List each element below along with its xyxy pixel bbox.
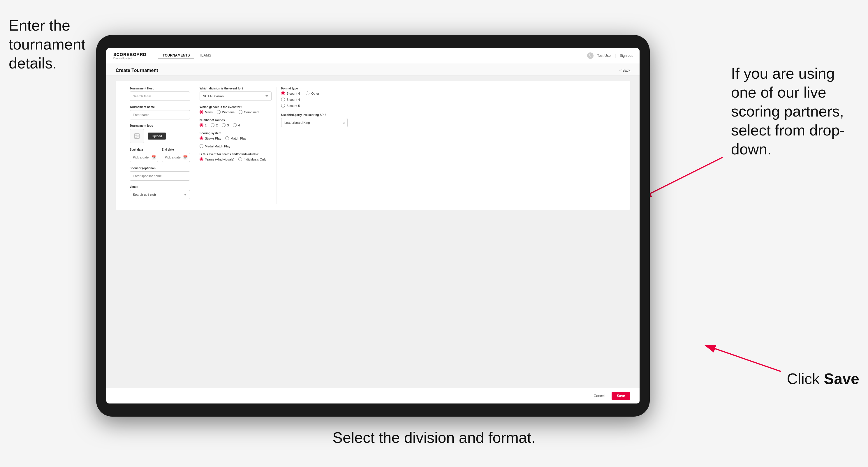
signout-link[interactable]: Sign out (620, 54, 632, 58)
brand-sub: Powered by clippit (113, 57, 146, 59)
tournament-name-group: Tournament name (130, 105, 190, 119)
rounds-4-radio[interactable] (233, 123, 237, 127)
gender-womens-radio[interactable] (217, 110, 221, 114)
annotation-topright: If you are using one of our live scoring… (731, 64, 859, 159)
scoring-label: Scoring system (199, 132, 272, 135)
gender-group: Which gender is the event for? Mens Wome… (199, 105, 272, 114)
rounds-2[interactable]: 2 (211, 123, 218, 127)
scoring-medal-label: Medal Match Play (205, 145, 230, 148)
format-other-radio[interactable] (306, 91, 309, 95)
format-row-1: 5 count 4 Other (281, 91, 348, 95)
format-6count5[interactable]: 6 count 5 (281, 104, 300, 107)
page-header: Create Tournament Back (106, 63, 640, 76)
rounds-3[interactable]: 3 (222, 123, 229, 127)
tournament-host-input[interactable] (130, 91, 190, 101)
third-party-clear-button[interactable]: × (343, 120, 345, 125)
tournament-name-input[interactable] (130, 110, 190, 119)
svg-point-9 (135, 134, 136, 135)
top-navigation: SCOREBOARD Powered by clippit TOURNAMENT… (106, 48, 640, 63)
end-date-group: End date 📅 (162, 148, 190, 162)
event-type-radio-group: Teams (+Individuals) Individuals Only (199, 157, 272, 161)
gender-combined-label: Combined (244, 111, 258, 114)
page-title: Create Tournament (116, 68, 158, 73)
event-teams-radio[interactable] (199, 157, 204, 161)
form-col-left: Tournament Host Tournament name Tourname… (125, 87, 195, 204)
rounds-4-label: 4 (238, 124, 240, 127)
scoring-match-label: Match Play (230, 137, 246, 140)
rounds-group: Number of rounds 1 2 (199, 119, 272, 127)
brand-logo: SCOREBOARD Powered by clippit (113, 52, 146, 59)
scoring-stroke-label: Stroke Play (205, 137, 221, 140)
sponsor-input[interactable] (130, 171, 190, 181)
annotation-bottomright: Click Save (787, 369, 859, 388)
gender-mens-label: Mens (205, 111, 213, 114)
third-party-group: Use third-party live scoring API? × (281, 113, 348, 127)
format-row-3: 6 count 5 (281, 104, 348, 107)
format-5count4[interactable]: 5 count 4 (281, 91, 300, 95)
format-other[interactable]: Other (306, 91, 319, 95)
svg-line-5 (641, 157, 723, 198)
sponsor-label: Sponsor (optional) (130, 167, 190, 170)
tablet-screen: SCOREBOARD Powered by clippit TOURNAMENT… (106, 48, 640, 404)
third-party-label: Use third-party live scoring API? (281, 113, 348, 117)
nav-links: TOURNAMENTS TEAMS (158, 52, 216, 59)
format-6count4[interactable]: 6 count 4 (281, 98, 300, 101)
third-party-input[interactable] (281, 118, 348, 127)
rounds-radio-group: 1 2 3 4 (199, 123, 272, 127)
format-5count4-radio[interactable] (281, 91, 285, 95)
tournament-logo-group: Tournament logo Upload (130, 124, 190, 143)
form-body: Tournament Host Tournament name Tourname… (116, 81, 630, 210)
save-button[interactable]: Save (612, 392, 630, 400)
rounds-1-radio[interactable] (199, 123, 204, 127)
gender-combined-radio[interactable] (239, 110, 242, 114)
logo-upload-area: Upload (130, 129, 190, 143)
event-type-label: Is this event for Teams and/or Individua… (199, 153, 272, 156)
scoring-radio-group: Stroke Play Match Play Medal Match Play (199, 136, 272, 148)
scoring-stroke-radio[interactable] (199, 136, 204, 140)
scoring-match[interactable]: Match Play (225, 136, 246, 140)
rounds-2-label: 2 (216, 124, 218, 127)
format-6count5-label: 6 count 5 (287, 104, 300, 107)
division-label: Which division is the event for? (199, 87, 272, 90)
upload-button[interactable]: Upload (148, 132, 166, 139)
form-col-middle: Which division is the event for? NCAA Di… (195, 87, 277, 204)
nav-teams[interactable]: TEAMS (194, 52, 216, 59)
scoring-medal-radio[interactable] (199, 144, 204, 148)
cancel-button[interactable]: Cancel (590, 392, 608, 400)
scoring-group: Scoring system Stroke Play Match Play (199, 132, 272, 148)
tournament-logo-label: Tournament logo (130, 124, 190, 127)
rounds-2-radio[interactable] (211, 123, 214, 127)
gender-womens[interactable]: Womens (217, 110, 235, 114)
tournament-name-label: Tournament name (130, 105, 190, 109)
event-teams[interactable]: Teams (+Individuals) (199, 157, 234, 161)
venue-group: Venue Search golf club (130, 185, 190, 199)
sponsor-group: Sponsor (optional) (130, 167, 190, 181)
division-select[interactable]: NCAA Division I NCAA Division II NCAA Di… (199, 91, 272, 101)
event-individuals[interactable]: Individuals Only (238, 157, 266, 161)
rounds-1[interactable]: 1 (199, 123, 207, 127)
scoring-match-radio[interactable] (225, 136, 229, 140)
rounds-4[interactable]: 4 (233, 123, 240, 127)
format-row-2: 6 count 4 (281, 98, 348, 101)
annotation-bottomcenter: Select the division and format. (333, 428, 535, 447)
calendar-icon-end: 📅 (183, 155, 188, 160)
start-date-group: Start date 📅 (130, 148, 158, 162)
format-6count5-radio[interactable] (281, 104, 285, 107)
event-individuals-radio[interactable] (238, 157, 242, 161)
tournament-host-group: Tournament Host (130, 87, 190, 101)
scoring-stroke[interactable]: Stroke Play (199, 136, 221, 140)
nav-tournaments[interactable]: TOURNAMENTS (158, 52, 194, 59)
svg-line-7 (705, 345, 781, 371)
back-link[interactable]: Back (619, 68, 630, 72)
gender-mens[interactable]: Mens (199, 110, 213, 114)
gender-combined[interactable]: Combined (239, 110, 258, 114)
venue-select[interactable]: Search golf club (130, 190, 190, 199)
scoring-medal[interactable]: Medal Match Play (199, 144, 230, 148)
tournament-host-label: Tournament Host (130, 87, 190, 90)
tablet-frame: SCOREBOARD Powered by clippit TOURNAMENT… (96, 35, 650, 416)
calendar-icon-start: 📅 (151, 155, 156, 160)
rounds-3-radio[interactable] (222, 123, 225, 127)
gender-mens-radio[interactable] (199, 110, 204, 114)
gender-label: Which gender is the event for? (199, 105, 272, 109)
format-6count4-radio[interactable] (281, 98, 285, 101)
